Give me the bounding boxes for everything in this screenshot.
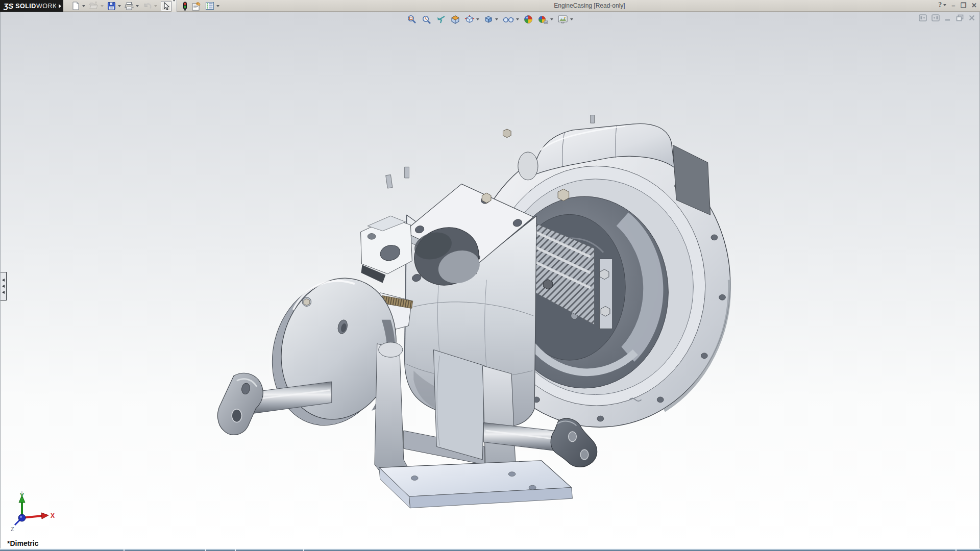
new-document-button[interactable] bbox=[71, 2, 85, 10]
help-button[interactable]: ? bbox=[938, 1, 946, 9]
status-bar-edge bbox=[0, 548, 980, 551]
rebuild-stoplight-button[interactable] bbox=[182, 2, 188, 11]
triad-y-label: Y bbox=[20, 492, 24, 499]
select-cursor-icon bbox=[162, 2, 170, 10]
undo-button[interactable] bbox=[142, 2, 157, 10]
options-button[interactable] bbox=[205, 2, 219, 10]
restore-button[interactable]: ❐ bbox=[960, 2, 966, 9]
orientation-triad: Y X Z bbox=[6, 491, 62, 532]
file-properties-button[interactable] bbox=[191, 2, 202, 11]
select-tool-dropdown[interactable] bbox=[172, 0, 177, 13]
ds-logo-glyph: ƷS bbox=[4, 2, 13, 10]
stoplight-icon bbox=[182, 2, 188, 11]
window-controls: ? – ❐ ✕ bbox=[938, 1, 977, 9]
printer-icon bbox=[125, 2, 134, 10]
main-toolbar bbox=[71, 1, 223, 11]
graphics-viewport[interactable]: Y X Z *Dimetric bbox=[0, 12, 980, 548]
file-properties-icon bbox=[191, 2, 202, 11]
view-orientation-label: *Dimetric bbox=[7, 539, 38, 547]
save-floppy-icon bbox=[107, 2, 116, 10]
close-button[interactable]: ✕ bbox=[971, 2, 977, 9]
save-button[interactable] bbox=[107, 2, 121, 10]
window-title: EngineCasing [Read-only] bbox=[531, 2, 648, 9]
open-document-button[interactable] bbox=[89, 2, 104, 10]
options-checklist-icon bbox=[205, 2, 214, 10]
open-folder-icon bbox=[89, 2, 99, 10]
minimize-button[interactable]: – bbox=[951, 2, 955, 9]
print-button[interactable] bbox=[125, 2, 139, 10]
triad-z-label: Z bbox=[11, 526, 14, 532]
new-document-icon bbox=[71, 2, 80, 10]
engine-casing-3d-model[interactable] bbox=[1, 12, 980, 548]
title-bar: ƷS SOLIDWORKS bbox=[0, 0, 980, 12]
solidworks-logo: ƷS SOLIDWORKS bbox=[0, 0, 56, 12]
undo-arrow-icon bbox=[142, 2, 152, 10]
select-tool-button[interactable] bbox=[161, 0, 177, 13]
triad-x-label: X bbox=[51, 512, 55, 519]
menu-expand-arrow-icon[interactable] bbox=[56, 0, 63, 12]
